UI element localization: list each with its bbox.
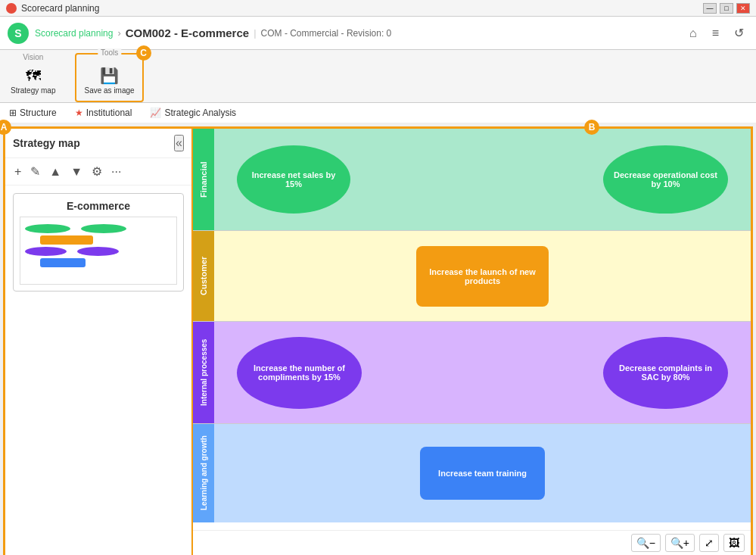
vision-label: Vision (23, 53, 43, 61)
image-button[interactable]: 🖼 (723, 534, 745, 552)
zoom-in-button[interactable]: 🔍+ (665, 534, 695, 552)
learning-content: Increase team training (214, 424, 751, 522)
add-button[interactable]: + (13, 164, 23, 180)
save-as-image-label: Save as image (84, 86, 134, 95)
tools-group: Tools 💾 Save as image C (75, 53, 143, 102)
more-button[interactable]: ··· (110, 164, 123, 180)
fit-button[interactable]: ⤢ (699, 534, 719, 552)
badge-b: B (584, 120, 599, 135)
breadcrumb-subtitle: COM - Commercial - Revision: 0 (261, 28, 392, 39)
strategy-map-canvas: Financial Increase net sales by 15% Decr… (193, 129, 751, 530)
close-button[interactable]: ✕ (736, 3, 750, 14)
maximize-button[interactable]: □ (720, 3, 733, 14)
nav-institutional[interactable]: ★ Institutional (72, 106, 135, 120)
strategy-map-label: Strategy map (11, 86, 55, 95)
customer-content: Increase the launch of new products (214, 231, 751, 321)
nav-bar: ⊞ Structure ★ Institutional 📈 Strategic … (0, 103, 756, 123)
zoom-out-button[interactable]: 🔍− (631, 534, 661, 552)
learning-row: Learning and growth Increase team traini… (193, 424, 751, 522)
nav-institutional-label: Institutional (86, 108, 132, 118)
internal-row: Internal processes Increase the number o… (193, 322, 751, 424)
internal-label: Internal processes (193, 322, 214, 423)
refresh-button[interactable]: ↺ (730, 24, 748, 42)
node-increase-team-training[interactable]: Increase team training (420, 447, 545, 500)
breadcrumb-page: COM002 - E-commerce (126, 27, 249, 39)
settings-button[interactable]: ⚙ (90, 163, 104, 180)
breadcrumb: Scorecard planning › COM002 - E-commerce… (35, 27, 391, 39)
learning-label: Learning and growth (193, 424, 214, 522)
financial-label: Financial (193, 129, 214, 230)
tools-items: 💾 Save as image (79, 64, 138, 98)
app-icon (6, 3, 17, 14)
vision-items: 🗺 Strategy map (6, 64, 60, 98)
institutional-icon: ★ (75, 108, 83, 118)
node-launch-new-products[interactable]: Increase the launch of new products (416, 246, 549, 307)
save-as-image-button[interactable]: 💾 Save as image (79, 64, 138, 98)
map-card[interactable]: E-commerce (13, 193, 184, 292)
header-actions: ⌂ ≡ ↺ (685, 24, 748, 42)
node-decrease-complaints[interactable]: Decrease complaints in SAC by 80% (603, 337, 728, 409)
strategic-analysis-icon: 📈 (150, 108, 161, 118)
collapse-button[interactable]: « (174, 135, 184, 151)
move-down-button[interactable]: ▼ (69, 164, 84, 180)
nav-structure[interactable]: ⊞ Structure (6, 106, 60, 120)
strategy-map-icon: 🗺 (26, 67, 41, 85)
badge-c: C (136, 45, 151, 61)
left-panel-header: Strategy map « (5, 129, 191, 158)
map-bottom-toolbar: 🔍− 🔍+ ⤢ 🖼 (193, 530, 751, 555)
nav-strategic-analysis[interactable]: 📈 Strategic Analysis (147, 106, 239, 120)
app-logo: S (8, 23, 29, 44)
internal-content: Increase the number of compliments by 15… (214, 322, 751, 423)
strategy-map-area: Financial Increase net sales by 15% Decr… (193, 129, 751, 555)
financial-content: Increase net sales by 15% Decrease opera… (214, 129, 751, 230)
main-content: A B Strategy map « + ✎ ▲ ▼ ⚙ ··· E-comme… (3, 126, 753, 555)
node-increase-net-sales[interactable]: Increase net sales by 15% (237, 145, 350, 214)
title-bar: Scorecard planning — □ ✕ (0, 0, 756, 17)
edit-button[interactable]: ✎ (29, 163, 42, 180)
structure-icon: ⊞ (9, 108, 17, 118)
customer-row: Customer Increase the launch of new prod… (193, 231, 751, 322)
home-button[interactable]: ⌂ (685, 24, 702, 42)
node-increase-compliments[interactable]: Increase the number of compliments by 15… (237, 337, 362, 409)
map-thumbnail (20, 217, 177, 285)
map-card-title: E-commerce (20, 200, 177, 212)
list-button[interactable]: ≡ (708, 24, 723, 42)
node-decrease-operational-cost[interactable]: Decrease operational cost by 10% (603, 145, 728, 214)
nav-strategic-analysis-label: Strategic Analysis (164, 108, 236, 118)
left-panel-toolbar: + ✎ ▲ ▼ ⚙ ··· (5, 158, 191, 186)
save-image-icon: 💾 (100, 67, 119, 85)
breadcrumb-divider: | (254, 27, 256, 39)
left-panel: Strategy map « + ✎ ▲ ▼ ⚙ ··· E-commerce (5, 129, 193, 555)
vision-group: Vision 🗺 Strategy map (6, 53, 60, 98)
breadcrumb-sep: › (117, 27, 120, 39)
financial-row: Financial Increase net sales by 15% Decr… (193, 129, 751, 231)
tools-label: Tools (98, 48, 121, 57)
minimize-button[interactable]: — (703, 3, 717, 14)
breadcrumb-app[interactable]: Scorecard planning (35, 28, 113, 39)
move-up-button[interactable]: ▲ (48, 164, 63, 180)
customer-label: Customer (193, 231, 214, 321)
strategy-map-button[interactable]: 🗺 Strategy map (6, 64, 60, 98)
left-panel-title: Strategy map (13, 137, 80, 149)
toolbar: Vision 🗺 Strategy map Tools 💾 Save as im… (0, 50, 756, 103)
title-bar-text: Scorecard planning (21, 3, 698, 14)
nav-structure-label: Structure (20, 108, 57, 118)
header-bar: S Scorecard planning › COM002 - E-commer… (0, 17, 756, 50)
title-bar-controls: — □ ✕ (703, 3, 750, 14)
